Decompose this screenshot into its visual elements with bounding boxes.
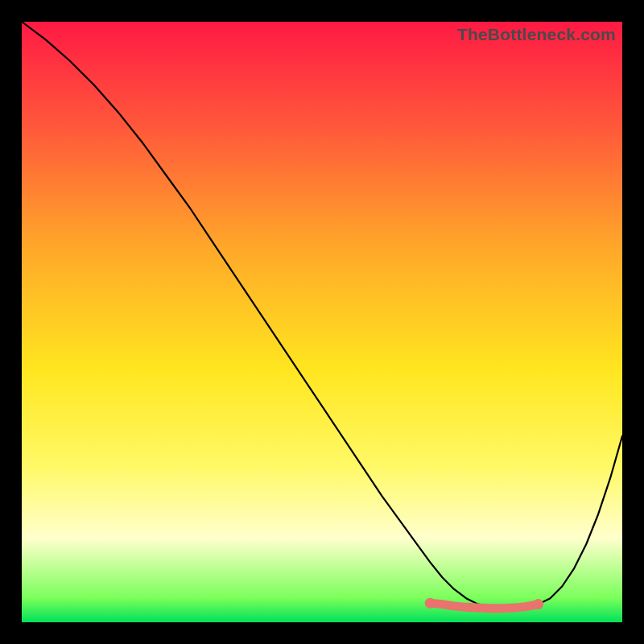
chart-plot-area: TheBottleneck.com xyxy=(22,22,622,622)
highlight-dot-right xyxy=(533,599,543,609)
highlight-segment xyxy=(430,603,538,609)
chart-curve-layer xyxy=(22,22,622,622)
main-curve xyxy=(22,22,622,609)
chart-frame: TheBottleneck.com xyxy=(0,0,644,644)
highlight-dot-left xyxy=(425,598,436,609)
